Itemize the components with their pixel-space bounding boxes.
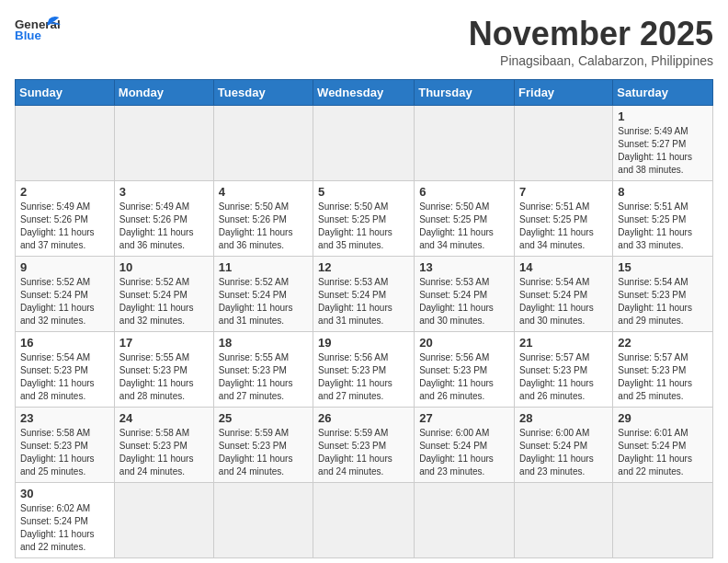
calendar-cell — [213, 483, 313, 558]
calendar-cell: 14Sunrise: 5:54 AM Sunset: 5:24 PM Dayli… — [515, 257, 613, 332]
calendar-cell: 25Sunrise: 5:59 AM Sunset: 5:23 PM Dayli… — [213, 408, 313, 483]
day-info: Sunrise: 5:53 AM Sunset: 5:24 PM Dayligh… — [318, 276, 409, 327]
day-header-thursday: Thursday — [415, 80, 515, 106]
calendar-cell: 7Sunrise: 5:51 AM Sunset: 5:25 PM Daylig… — [515, 181, 613, 257]
calendar-cell: 12Sunrise: 5:53 AM Sunset: 5:24 PM Dayli… — [313, 257, 415, 332]
day-info: Sunrise: 5:52 AM Sunset: 5:24 PM Dayligh… — [119, 276, 209, 327]
svg-text:Blue: Blue — [15, 29, 41, 42]
day-header-tuesday: Tuesday — [213, 80, 313, 106]
day-number: 25 — [219, 411, 308, 425]
day-number: 9 — [20, 260, 109, 274]
day-number: 6 — [419, 185, 509, 199]
day-info: Sunrise: 5:51 AM Sunset: 5:25 PM Dayligh… — [519, 201, 608, 252]
day-info: Sunrise: 5:54 AM Sunset: 5:23 PM Dayligh… — [618, 276, 708, 327]
calendar-cell — [515, 106, 613, 181]
calendar-cell: 23Sunrise: 5:58 AM Sunset: 5:23 PM Dayli… — [16, 408, 115, 483]
day-number: 14 — [519, 260, 608, 274]
calendar-cell: 8Sunrise: 5:51 AM Sunset: 5:25 PM Daylig… — [613, 181, 713, 257]
calendar-cell: 3Sunrise: 5:49 AM Sunset: 5:26 PM Daylig… — [114, 181, 213, 257]
day-number: 18 — [219, 336, 308, 350]
calendar-table: SundayMondayTuesdayWednesdayThursdayFrid… — [15, 79, 713, 558]
day-info: Sunrise: 5:54 AM Sunset: 5:24 PM Dayligh… — [519, 276, 608, 327]
logo-icon: General Blue — [15, 15, 61, 42]
calendar-cell: 22Sunrise: 5:57 AM Sunset: 5:23 PM Dayli… — [613, 332, 713, 408]
calendar-cell: 19Sunrise: 5:56 AM Sunset: 5:23 PM Dayli… — [313, 332, 415, 408]
calendar-cell: 30Sunrise: 6:02 AM Sunset: 5:24 PM Dayli… — [16, 483, 115, 558]
day-number: 22 — [618, 336, 708, 350]
day-number: 3 — [119, 185, 209, 199]
day-number: 16 — [20, 336, 109, 350]
day-info: Sunrise: 5:57 AM Sunset: 5:23 PM Dayligh… — [618, 351, 708, 403]
calendar-cell: 9Sunrise: 5:52 AM Sunset: 5:24 PM Daylig… — [16, 257, 115, 332]
day-number: 1 — [618, 109, 708, 123]
calendar-cell — [313, 106, 415, 181]
calendar-cell: 29Sunrise: 6:01 AM Sunset: 5:24 PM Dayli… — [613, 408, 713, 483]
day-info: Sunrise: 5:49 AM Sunset: 5:26 PM Dayligh… — [119, 201, 209, 252]
day-info: Sunrise: 5:55 AM Sunset: 5:23 PM Dayligh… — [219, 351, 308, 403]
day-number: 19 — [318, 336, 409, 350]
day-header-sunday: Sunday — [16, 80, 115, 106]
day-number: 15 — [618, 260, 708, 274]
calendar-cell — [114, 106, 213, 181]
title-area: November 2025 Pinagsibaan, Calabarzon, P… — [469, 15, 713, 68]
day-info: Sunrise: 5:58 AM Sunset: 5:23 PM Dayligh… — [119, 427, 209, 478]
calendar-cell: 26Sunrise: 5:59 AM Sunset: 5:23 PM Dayli… — [313, 408, 415, 483]
day-info: Sunrise: 5:56 AM Sunset: 5:23 PM Dayligh… — [419, 351, 509, 403]
day-info: Sunrise: 6:02 AM Sunset: 5:24 PM Dayligh… — [20, 502, 109, 554]
calendar-cell: 24Sunrise: 5:58 AM Sunset: 5:23 PM Dayli… — [114, 408, 213, 483]
calendar-cell: 6Sunrise: 5:50 AM Sunset: 5:25 PM Daylig… — [415, 181, 515, 257]
day-info: Sunrise: 5:58 AM Sunset: 5:23 PM Dayligh… — [20, 427, 109, 478]
day-info: Sunrise: 5:55 AM Sunset: 5:23 PM Dayligh… — [119, 351, 209, 403]
calendar-cell — [515, 483, 613, 558]
day-info: Sunrise: 5:57 AM Sunset: 5:23 PM Dayligh… — [519, 351, 608, 403]
calendar-cell: 27Sunrise: 6:00 AM Sunset: 5:24 PM Dayli… — [415, 408, 515, 483]
day-number: 24 — [119, 411, 209, 425]
day-number: 30 — [20, 487, 109, 500]
day-info: Sunrise: 6:00 AM Sunset: 5:24 PM Dayligh… — [419, 427, 509, 478]
day-number: 28 — [519, 411, 608, 425]
week-row-4: 16Sunrise: 5:54 AM Sunset: 5:23 PM Dayli… — [16, 332, 713, 408]
day-number: 27 — [419, 411, 509, 425]
day-number: 20 — [419, 336, 509, 350]
day-info: Sunrise: 5:53 AM Sunset: 5:24 PM Dayligh… — [419, 276, 509, 327]
day-info: Sunrise: 5:50 AM Sunset: 5:25 PM Dayligh… — [419, 201, 509, 252]
day-info: Sunrise: 5:59 AM Sunset: 5:23 PM Dayligh… — [219, 427, 308, 478]
day-number: 17 — [119, 336, 209, 350]
day-info: Sunrise: 5:52 AM Sunset: 5:24 PM Dayligh… — [20, 276, 109, 327]
day-info: Sunrise: 5:59 AM Sunset: 5:23 PM Dayligh… — [318, 427, 409, 478]
calendar-cell — [16, 106, 115, 181]
day-header-friday: Friday — [515, 80, 613, 106]
calendar-cell — [313, 483, 415, 558]
day-number: 4 — [219, 185, 308, 199]
day-info: Sunrise: 5:50 AM Sunset: 5:26 PM Dayligh… — [219, 201, 308, 252]
day-number: 11 — [219, 260, 308, 274]
day-info: Sunrise: 5:52 AM Sunset: 5:24 PM Dayligh… — [219, 276, 308, 327]
day-info: Sunrise: 5:51 AM Sunset: 5:25 PM Dayligh… — [618, 201, 708, 252]
day-info: Sunrise: 5:49 AM Sunset: 5:27 PM Dayligh… — [618, 125, 708, 177]
week-row-3: 9Sunrise: 5:52 AM Sunset: 5:24 PM Daylig… — [16, 257, 713, 332]
calendar-cell — [114, 483, 213, 558]
week-row-2: 2Sunrise: 5:49 AM Sunset: 5:26 PM Daylig… — [16, 181, 713, 257]
day-number: 2 — [20, 185, 109, 199]
calendar-cell: 18Sunrise: 5:55 AM Sunset: 5:23 PM Dayli… — [213, 332, 313, 408]
calendar-cell: 10Sunrise: 5:52 AM Sunset: 5:24 PM Dayli… — [114, 257, 213, 332]
calendar-cell: 16Sunrise: 5:54 AM Sunset: 5:23 PM Dayli… — [16, 332, 115, 408]
calendar-cell: 20Sunrise: 5:56 AM Sunset: 5:23 PM Dayli… — [415, 332, 515, 408]
week-row-5: 23Sunrise: 5:58 AM Sunset: 5:23 PM Dayli… — [16, 408, 713, 483]
location: Pinagsibaan, Calabarzon, Philippines — [469, 53, 713, 68]
day-number: 29 — [618, 411, 708, 425]
day-number: 13 — [419, 260, 509, 274]
calendar-cell: 2Sunrise: 5:49 AM Sunset: 5:26 PM Daylig… — [16, 181, 115, 257]
calendar-cell — [415, 483, 515, 558]
day-info: Sunrise: 5:50 AM Sunset: 5:25 PM Dayligh… — [318, 201, 409, 252]
calendar-cell: 5Sunrise: 5:50 AM Sunset: 5:25 PM Daylig… — [313, 181, 415, 257]
day-info: Sunrise: 6:01 AM Sunset: 5:24 PM Dayligh… — [618, 427, 708, 478]
day-header-saturday: Saturday — [613, 80, 713, 106]
day-info: Sunrise: 5:54 AM Sunset: 5:23 PM Dayligh… — [20, 351, 109, 403]
calendar-cell: 11Sunrise: 5:52 AM Sunset: 5:24 PM Dayli… — [213, 257, 313, 332]
day-number: 7 — [519, 185, 608, 199]
days-header-row: SundayMondayTuesdayWednesdayThursdayFrid… — [16, 80, 713, 106]
calendar-cell — [213, 106, 313, 181]
day-info: Sunrise: 5:49 AM Sunset: 5:26 PM Dayligh… — [20, 201, 109, 252]
page-header: General Blue November 2025 Pinagsibaan, … — [15, 15, 713, 68]
